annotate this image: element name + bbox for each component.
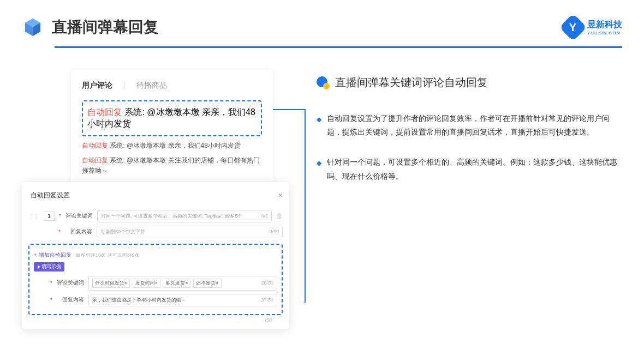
tag[interactable]: 什么时候发货× [92,279,130,288]
counter: 37/50 [261,297,273,303]
row-number: 1 [44,212,55,221]
close-icon[interactable]: × [278,191,283,200]
settings-modal: 自动回复设置 × ⋮⋮ 1 * 评论关键词 对同一个问题, 可设置多个相近、高频… [22,182,289,329]
cube-icon [22,16,44,38]
content-input[interactable]: 每条限50个中文字符 0/50 [97,226,283,238]
page-title: 直播间弹幕回复 [52,17,159,38]
tab-comments[interactable]: 用户评论 [82,81,112,90]
keyword-input[interactable]: 对同一个问题, 可设置多个相近、高频的关键词, Tag确定, 最多5个 0/5 [97,210,272,222]
diamond-icon: ◆ [317,158,321,183]
section-subtitle: 直播间弹幕关键词评论自动回复 [335,75,488,90]
reply-row: 自动回复 系统: @冰墩墩本墩 亲亲，我们48小时内发货 [82,141,262,151]
counter: 20/50 [261,280,273,286]
tag[interactable]: 多久发货× [163,279,190,288]
auto-reply-tag: 自动回复 [87,107,122,117]
reply-row: 自动回复 系统: @冰墩墩本墩 关注我们的店铺，每日都有热门推荐呦～ [82,155,262,176]
example-section: + 增加自动回复 最多可建10条 还可以创建9条 ● 填写示例 * 评论关键词 … [28,244,283,315]
tag[interactable]: 还不发货× [193,279,221,288]
outer-counter: /50 [28,315,283,323]
brand-name: 昱新科技 [587,19,622,31]
example-badge: ● 填写示例 [34,262,64,272]
ex-keyword-label: 评论关键词 [57,279,84,287]
add-reply-link[interactable]: + 增加自动回复 [34,252,71,258]
brand-icon: Y [559,14,587,41]
bullet-icon [317,76,330,89]
tab-products[interactable]: 待播商品 [136,81,167,90]
add-hint: 最多可建10条 还可以创建9条 [76,252,140,258]
highlighted-reply: 自动回复 系统: @冰墩墩本墩 亲亲，我们48小时内发货 [82,100,262,136]
comments-card: 用户评论 | 待播商品 自动回复 系统: @冰墩墩本墩 亲亲，我们48小时内发货… [71,70,273,188]
tag[interactable]: 发货时间× [133,279,160,288]
ex-content-input[interactable]: 亲，我们这边都是下单48小时内发货的哦～ 37/50 [88,294,277,306]
reply-text: 系统: @冰墩墩本墩 关注我们的店铺，每日都有热门推荐呦～ [82,156,260,174]
drag-handle-icon[interactable]: ⋮⋮ [28,213,39,219]
reply-text: 系统: @冰墩墩本墩 亲亲，我们48小时内发货 [108,142,241,149]
content-label: 回复内容 [65,228,92,236]
diamond-icon: ◆ [317,114,321,139]
bullet-text: 自动回复设置为了提升作者的评论回复效率，作者可在开播前针对常见的评论用户问题，提… [327,112,622,139]
modal-title-text: 自动回复设置 [31,191,70,200]
counter: 0/5 [261,213,268,219]
trash-icon[interactable]: 🗑 [276,212,283,220]
ex-content-label: 回复内容 [57,296,84,304]
brand-logo: Y 昱新科技 YUUXIN.COM [563,17,622,37]
ex-keyword-input[interactable]: 什么时候发货× 发货时间× 多久发货× 还不发货× 20/50 [88,276,277,291]
bullet-text: 针对同一个问题，可设置多个相近的、高频的关键词。例如：这款多少钱、这块能优惠吗、… [327,155,622,183]
auto-reply-tag: 自动回复 [82,142,108,149]
keyword-label: 评论关键词 [65,212,93,220]
brand-sub: YUUXIN.COM [587,31,622,35]
counter: 0/50 [269,229,279,234]
auto-reply-tag: 自动回复 [82,156,108,164]
